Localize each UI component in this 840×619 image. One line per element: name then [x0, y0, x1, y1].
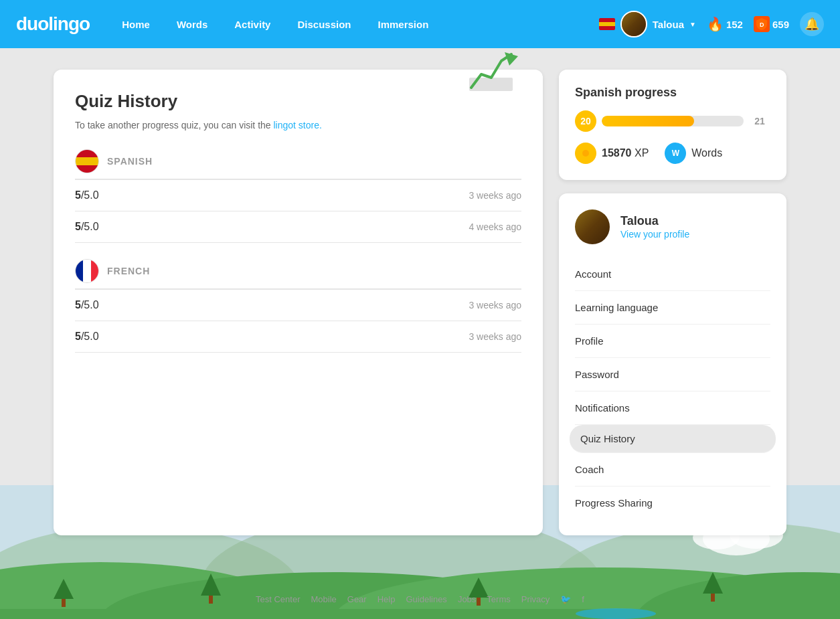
stats-row: 15870 XP W Words: [575, 143, 770, 164]
score-value: 5/5.0: [75, 299, 99, 311]
score-time: 3 weeks ago: [469, 300, 521, 311]
chevron-down-icon: ▼: [689, 21, 696, 28]
menu-profile[interactable]: Profile: [575, 325, 770, 358]
streak-count: 152: [726, 19, 743, 30]
nav-activity[interactable]: Activity: [224, 13, 281, 35]
xp-icon: [575, 143, 596, 164]
quiz-history-title: Quiz History: [75, 91, 322, 112]
main-content: Quiz History To take another progress qu…: [0, 48, 840, 557]
spain-flag: [75, 149, 99, 173]
spanish-label: SPANISH: [107, 156, 153, 167]
footer-help[interactable]: Help: [377, 594, 396, 604]
avatar: [620, 11, 647, 37]
table-row: 5/5.0 4 weeks ago: [75, 211, 521, 243]
table-row: 5/5.0 3 weeks ago: [75, 180, 521, 211]
lingot-store-link[interactable]: lingot store.: [274, 120, 322, 130]
menu-account[interactable]: Account: [575, 258, 770, 291]
chart-icon: [468, 51, 521, 98]
profile-avatar: [575, 209, 610, 244]
logo[interactable]: duolingo: [16, 13, 90, 35]
score-time: 4 weeks ago: [469, 222, 521, 232]
profile-card: Taloua View your profile Account Learnin…: [559, 193, 786, 535]
score-value: 5/5.0: [75, 331, 99, 343]
streak-stat: 🔥 152: [707, 16, 743, 32]
profile-header: Taloua View your profile: [575, 209, 770, 244]
spanish-section: SPANISH 5/5.0 3 weeks ago 5/5.0 4 weeks …: [75, 149, 521, 243]
menu-password[interactable]: Password: [575, 358, 770, 391]
footer-privacy[interactable]: Privacy: [521, 594, 550, 604]
fire-icon: 🔥: [707, 16, 724, 32]
footer-facebook-icon[interactable]: f: [582, 594, 584, 604]
svg-point-4: [582, 150, 589, 157]
svg-text:D: D: [760, 21, 764, 28]
menu-learning-language[interactable]: Learning language: [575, 291, 770, 325]
right-panel: Spanish progress 20 21: [559, 70, 786, 535]
footer-mobile[interactable]: Mobile: [311, 594, 336, 604]
france-flag: [75, 259, 99, 283]
score-value: 5/5.0: [75, 221, 99, 233]
user-menu[interactable]: Taloua ▼: [599, 11, 696, 37]
footer-guidelines[interactable]: Guidelines: [406, 594, 446, 604]
logo-text: duolingo: [16, 13, 90, 35]
nav-links: Home Words Activity Discussion Immersion: [111, 13, 599, 35]
nav-home[interactable]: Home: [111, 13, 161, 35]
language-flag-small: [599, 18, 615, 30]
shield-icon: D: [754, 16, 770, 32]
footer-twitter-icon[interactable]: 🐦: [560, 594, 571, 604]
profile-name: Taloua: [620, 214, 770, 228]
current-level-badge: 20: [575, 110, 596, 132]
menu-progress-sharing[interactable]: Progress Sharing: [575, 487, 770, 519]
score-value: 5/5.0: [75, 189, 99, 201]
words-icon: W: [665, 143, 686, 164]
quiz-history-panel: Quiz History To take another progress qu…: [54, 70, 543, 535]
table-row: 5/5.0 3 weeks ago: [75, 290, 521, 321]
user-name: Taloua: [653, 19, 684, 30]
menu-quiz-history[interactable]: Quiz History: [570, 425, 776, 453]
xp-value: 15870 XP: [602, 147, 649, 159]
profile-menu: Account Learning language Profile Passwo…: [575, 258, 770, 519]
gems-count: 659: [772, 19, 789, 30]
score-time: 3 weeks ago: [469, 190, 521, 201]
menu-notifications[interactable]: Notifications: [575, 391, 770, 425]
footer-gear[interactable]: Gear: [347, 594, 367, 604]
footer: Test Center Mobile Gear Help Guidelines …: [0, 584, 840, 615]
french-section: FRENCH 5/5.0 3 weeks ago 5/5.0 3 weeks a…: [75, 259, 521, 353]
nav-words[interactable]: Words: [166, 13, 218, 35]
french-label: FRENCH: [107, 266, 150, 276]
footer-jobs[interactable]: Jobs: [458, 594, 476, 604]
spanish-progress-card: Spanish progress 20 21: [559, 70, 786, 180]
gems-stat: D 659: [754, 16, 789, 32]
nav-right: Taloua ▼ 🔥 152 D 659 🔔: [599, 11, 824, 37]
view-profile-link[interactable]: View your profile: [620, 229, 689, 240]
words-stat-pill: W Words: [665, 143, 722, 164]
score-time: 3 weeks ago: [469, 331, 521, 342]
menu-coach[interactable]: Coach: [575, 453, 770, 487]
spanish-header: SPANISH: [75, 149, 521, 180]
profile-info: Taloua View your profile: [620, 214, 770, 240]
nav-immersion[interactable]: Immersion: [367, 13, 440, 35]
nav-discussion[interactable]: Discussion: [286, 13, 361, 35]
progress-title: Spanish progress: [575, 86, 770, 100]
navbar: duolingo Home Words Activity Discussion …: [0, 0, 840, 48]
xp-bar-container: 20 21: [575, 110, 770, 132]
xp-stat-pill: 15870 XP: [575, 143, 649, 164]
quiz-description: To take another progress quiz, you can v…: [75, 120, 322, 130]
french-header: FRENCH: [75, 259, 521, 290]
xp-progress-bar: [602, 116, 744, 126]
footer-terms[interactable]: Terms: [487, 594, 510, 604]
table-row: 5/5.0 3 weeks ago: [75, 321, 521, 353]
footer-test-center[interactable]: Test Center: [256, 594, 300, 604]
words-label: Words: [691, 147, 722, 159]
xp-bar-fill: [602, 116, 694, 126]
next-level-label: 21: [749, 110, 770, 132]
notification-bell-icon[interactable]: 🔔: [800, 12, 824, 36]
